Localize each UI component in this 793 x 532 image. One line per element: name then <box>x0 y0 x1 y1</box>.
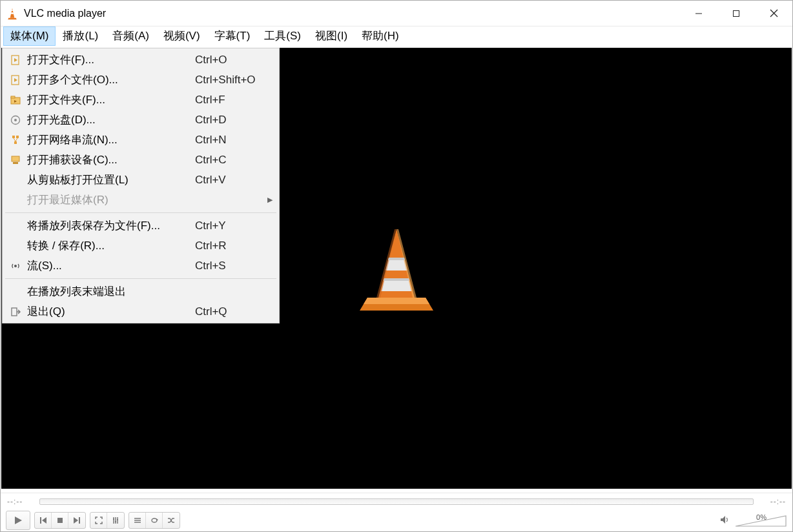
svg-line-29 <box>14 138 15 141</box>
menu-separator <box>5 278 276 279</box>
menu-save-playlist[interactable]: 将播放列表保存为文件(F)... Ctrl+Y <box>4 216 278 236</box>
menu-item-label: 将播放列表保存为文件(F)... <box>27 218 195 233</box>
menu-item-shortcut: Ctrl+F <box>195 94 273 107</box>
stop-button[interactable] <box>52 513 68 528</box>
menu-subtitle[interactable]: 字幕(T) <box>207 26 258 46</box>
svg-marker-15 <box>388 258 405 260</box>
folder-icon <box>4 95 27 105</box>
playlist-group <box>129 512 180 529</box>
menu-media[interactable]: 媒体(M) <box>3 26 56 46</box>
svg-marker-20 <box>14 78 17 82</box>
menu-item-label: 转换 / 保存(R)... <box>27 238 195 253</box>
capture-icon <box>4 155 27 165</box>
menu-item-shortcut: Ctrl+C <box>195 154 273 167</box>
shuffle-button[interactable] <box>163 513 180 528</box>
svg-rect-40 <box>79 517 80 524</box>
svg-rect-26 <box>12 136 15 138</box>
disc-icon <box>4 115 27 125</box>
svg-marker-18 <box>14 58 17 62</box>
menu-item-shortcut: Ctrl+Y <box>195 220 273 232</box>
menu-open-from-clipboard[interactable]: 从剪贴板打开位置(L) Ctrl+V <box>4 170 278 190</box>
menu-open-multiple-files[interactable]: 打开多个文件(O)... Ctrl+Shift+O <box>4 70 278 90</box>
volume-percent-label: 0% <box>756 513 767 521</box>
menu-stream[interactable]: 流(S)... Ctrl+S <box>4 256 278 276</box>
svg-rect-5 <box>734 10 739 16</box>
svg-marker-16 <box>384 278 409 281</box>
play-button[interactable] <box>6 511 30 530</box>
menu-open-disc[interactable]: 打开光盘(D)... Ctrl+D <box>4 110 278 130</box>
menu-quit[interactable]: 退出(Q) Ctrl+Q <box>4 302 278 322</box>
extended-settings-button[interactable] <box>107 513 124 528</box>
menu-open-recent-media: 打开最近媒体(R) ▶ <box>4 190 278 210</box>
menu-item-label: 在播放列表末端退出 <box>27 284 195 299</box>
menu-item-shortcut: Ctrl+R <box>195 240 273 252</box>
fullscreen-button[interactable] <box>90 513 107 528</box>
svg-rect-28 <box>14 141 17 144</box>
menu-open-network-stream[interactable]: 打开网络串流(N)... Ctrl+N <box>4 130 278 150</box>
time-elapsed: --:-- <box>7 497 33 506</box>
stream-icon <box>4 261 27 271</box>
svg-rect-22 <box>11 96 15 98</box>
next-button[interactable] <box>68 513 85 528</box>
menu-convert-save[interactable]: 转换 / 保存(R)... Ctrl+R <box>4 236 278 256</box>
menu-item-label: 打开光盘(D)... <box>27 112 195 127</box>
exit-icon <box>4 307 27 317</box>
view-group <box>90 512 125 529</box>
menu-tools[interactable]: 工具(S) <box>257 26 308 46</box>
svg-rect-37 <box>40 517 41 524</box>
svg-line-30 <box>15 138 17 141</box>
menu-item-shortcut: Ctrl+V <box>195 174 273 187</box>
menu-item-label: 打开捕获设备(C)... <box>27 152 195 167</box>
titlebar: VLC media player <box>1 1 792 26</box>
speaker-icon[interactable] <box>720 515 730 526</box>
minimize-button[interactable] <box>680 1 717 26</box>
window-title: VLC media player <box>24 8 680 19</box>
svg-marker-38 <box>42 517 46 524</box>
menu-item-label: 打开多个文件(O)... <box>27 72 195 87</box>
menu-help[interactable]: 帮助(H) <box>355 26 406 46</box>
menu-item-shortcut: Ctrl+Q <box>195 305 273 318</box>
menu-open-capture-device[interactable]: 打开捕获设备(C)... Ctrl+C <box>4 150 278 170</box>
menu-item-label: 打开网络串流(N)... <box>27 132 195 147</box>
svg-marker-2 <box>12 10 14 11</box>
svg-rect-27 <box>16 136 19 138</box>
svg-rect-47 <box>117 519 118 520</box>
menu-open-file[interactable]: 打开文件(F)... Ctrl+O <box>4 50 278 70</box>
loop-button[interactable] <box>146 513 163 528</box>
vlc-cone-logo <box>348 220 445 317</box>
svg-rect-39 <box>57 518 63 523</box>
volume-slider[interactable]: 0% <box>736 513 787 527</box>
menu-item-label: 打开文件夹(F)... <box>27 92 195 107</box>
svg-marker-52 <box>721 516 725 524</box>
previous-button[interactable] <box>35 513 52 528</box>
menu-open-folder[interactable]: 打开文件夹(F)... Ctrl+F <box>4 90 278 110</box>
svg-marker-3 <box>8 17 16 19</box>
menubar: 媒体(M) 播放(L) 音频(A) 视频(V) 字幕(T) 工具(S) 视图(I… <box>1 26 792 46</box>
menu-audio[interactable]: 音频(A) <box>105 26 156 46</box>
network-icon <box>4 135 27 145</box>
menu-view[interactable]: 视图(I) <box>308 26 355 46</box>
menu-playback[interactable]: 播放(L) <box>56 26 105 46</box>
svg-point-33 <box>14 265 17 267</box>
svg-rect-31 <box>12 156 19 161</box>
controls-row: 0% <box>1 509 792 531</box>
playlist-button[interactable] <box>129 513 146 528</box>
menu-quit-at-end[interactable]: 在播放列表末端退出 <box>4 281 278 302</box>
menu-video[interactable]: 视频(V) <box>156 26 207 46</box>
vlc-cone-icon <box>6 7 19 20</box>
svg-marker-41 <box>74 517 78 524</box>
window-controls <box>680 1 792 26</box>
svg-rect-32 <box>13 162 18 164</box>
maximize-button[interactable] <box>717 1 755 26</box>
seek-row: --:-- --:-- <box>1 493 792 509</box>
svg-marker-1 <box>11 12 14 14</box>
time-total: --:-- <box>760 497 786 506</box>
menu-item-shortcut: Ctrl+S <box>195 260 273 272</box>
menu-item-label: 从剪贴板打开位置(L) <box>27 172 195 187</box>
menu-item-shortcut: Ctrl+O <box>195 54 273 66</box>
seek-slider[interactable] <box>39 498 754 505</box>
close-button[interactable] <box>755 1 792 26</box>
menu-item-label: 打开最近媒体(R) <box>27 192 190 207</box>
menu-item-shortcut: Ctrl+D <box>195 114 273 127</box>
svg-rect-34 <box>12 308 17 316</box>
